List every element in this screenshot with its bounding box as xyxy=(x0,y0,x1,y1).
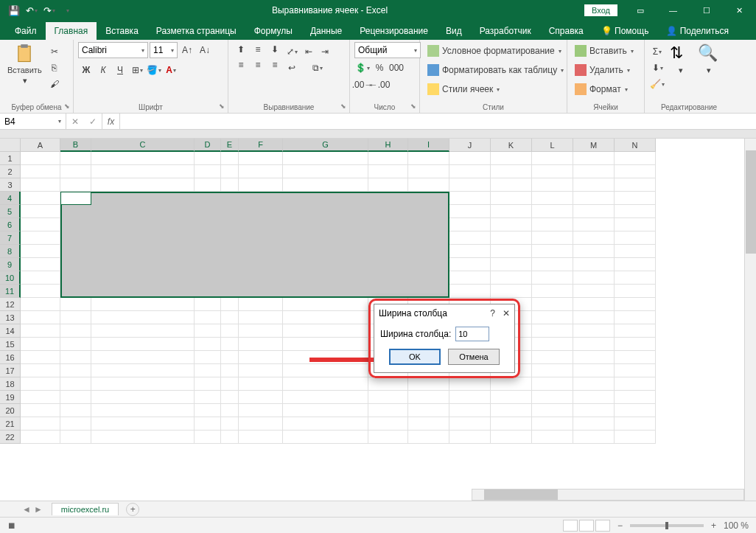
cell[interactable] xyxy=(21,231,60,245)
sheet-tab[interactable]: microexcel.ru xyxy=(52,503,119,515)
cell[interactable] xyxy=(221,351,239,364)
row-header[interactable]: 14 xyxy=(0,324,21,338)
cell[interactable] xyxy=(491,152,532,165)
ok-button[interactable]: OK xyxy=(389,349,441,365)
zoom-level[interactable]: 100 % xyxy=(724,520,749,531)
tab-разработчик[interactable]: Разработчик xyxy=(471,22,540,40)
cell[interactable] xyxy=(615,231,656,245)
row-header[interactable]: 16 xyxy=(0,351,21,364)
cell[interactable] xyxy=(491,231,532,245)
cell[interactable] xyxy=(221,178,239,192)
fill-color-icon[interactable]: 🪣▾ xyxy=(146,63,162,77)
cell[interactable] xyxy=(615,178,656,192)
row-header[interactable]: 4 xyxy=(0,192,21,205)
cell[interactable] xyxy=(239,364,283,377)
cell[interactable] xyxy=(221,311,239,324)
cell[interactable] xyxy=(491,271,532,285)
cell[interactable] xyxy=(21,364,60,377)
cell[interactable] xyxy=(491,245,532,258)
decrease-indent-icon[interactable]: ⇤ xyxy=(301,44,317,59)
cell[interactable] xyxy=(532,258,573,271)
add-sheet-icon[interactable]: + xyxy=(126,503,139,516)
cell[interactable] xyxy=(21,178,60,192)
cell[interactable] xyxy=(615,245,656,258)
currency-icon[interactable]: 💲▾ xyxy=(354,60,371,75)
horizontal-scrollbar[interactable] xyxy=(472,489,744,501)
row-header[interactable]: 5 xyxy=(0,205,21,218)
cell[interactable] xyxy=(408,152,449,165)
align-right-icon[interactable]: ≡ xyxy=(267,58,283,72)
row-header[interactable]: 18 xyxy=(0,377,21,391)
cell[interactable] xyxy=(60,404,91,417)
cell[interactable] xyxy=(491,431,532,444)
cell[interactable] xyxy=(573,218,615,231)
cell[interactable] xyxy=(195,298,221,311)
column-header[interactable]: A xyxy=(21,139,60,152)
cell[interactable] xyxy=(573,258,615,271)
cell[interactable] xyxy=(221,417,239,431)
dialog-launcher-icon[interactable]: ⬊ xyxy=(409,102,418,111)
cell[interactable] xyxy=(532,231,573,245)
cell[interactable] xyxy=(615,391,656,404)
cell[interactable] xyxy=(195,431,221,444)
increase-indent-icon[interactable]: ⇥ xyxy=(317,44,333,59)
font-size-select[interactable]: 11▾ xyxy=(150,42,178,58)
cell[interactable] xyxy=(91,165,195,178)
cell[interactable] xyxy=(573,324,615,338)
cell[interactable] xyxy=(532,417,573,431)
sheet-next-icon[interactable]: ► xyxy=(34,504,43,515)
qat-customize-icon[interactable]: ▾ xyxy=(59,2,75,18)
cell[interactable] xyxy=(239,311,283,324)
cell[interactable] xyxy=(573,364,615,377)
cell[interactable] xyxy=(60,417,91,431)
row-header[interactable]: 2 xyxy=(0,165,21,178)
cell[interactable] xyxy=(491,417,532,431)
cell[interactable] xyxy=(449,231,491,245)
zoom-in-icon[interactable]: + xyxy=(711,520,716,531)
cell[interactable] xyxy=(408,417,449,431)
cut-icon[interactable]: ✂ xyxy=(46,44,63,59)
cell[interactable] xyxy=(195,364,221,377)
sheet-prev-icon[interactable]: ◄ xyxy=(22,504,31,515)
cell[interactable] xyxy=(573,298,615,311)
align-middle-icon[interactable]: ≡ xyxy=(250,42,266,57)
format-painter-icon[interactable]: 🖌 xyxy=(46,77,63,91)
cell[interactable] xyxy=(532,205,573,218)
cell[interactable] xyxy=(573,192,615,205)
cell[interactable] xyxy=(221,404,239,417)
cell[interactable] xyxy=(615,218,656,231)
cell[interactable] xyxy=(21,298,60,311)
minimize-icon[interactable]: — xyxy=(657,0,690,21)
cell[interactable] xyxy=(573,285,615,298)
align-top-icon[interactable]: ⬆ xyxy=(233,42,249,57)
borders-icon[interactable]: ⊞▾ xyxy=(129,63,145,77)
cell[interactable] xyxy=(491,258,532,271)
cell[interactable] xyxy=(408,165,449,178)
bold-button[interactable]: Ж xyxy=(78,63,94,77)
format-as-table-button[interactable]: Форматировать как таблицу▾ xyxy=(424,61,567,79)
cell[interactable] xyxy=(573,338,615,351)
clear-icon[interactable]: 🧹▾ xyxy=(649,77,665,91)
format-cells-button[interactable]: Формат▾ xyxy=(572,80,631,98)
cell[interactable] xyxy=(283,165,368,178)
cell[interactable] xyxy=(532,311,573,324)
cell[interactable] xyxy=(21,417,60,431)
cell[interactable] xyxy=(573,377,615,391)
cell[interactable] xyxy=(573,231,615,245)
cell[interactable] xyxy=(91,298,195,311)
cell[interactable] xyxy=(449,258,491,271)
cell[interactable] xyxy=(408,391,449,404)
cell[interactable] xyxy=(368,165,408,178)
cell[interactable] xyxy=(239,338,283,351)
view-normal-icon[interactable] xyxy=(563,520,578,532)
save-icon[interactable]: 💾 xyxy=(6,2,22,18)
cell[interactable] xyxy=(239,165,283,178)
cell[interactable] xyxy=(573,178,615,192)
cell[interactable] xyxy=(91,431,195,444)
decrease-font-icon[interactable]: A↓ xyxy=(197,43,213,58)
row-header[interactable]: 1 xyxy=(0,152,21,165)
merge-icon[interactable]: ⧉▾ xyxy=(301,60,335,75)
font-name-select[interactable]: Calibri▾ xyxy=(78,42,148,58)
row-header[interactable]: 21 xyxy=(0,417,21,431)
cell[interactable] xyxy=(368,377,408,391)
